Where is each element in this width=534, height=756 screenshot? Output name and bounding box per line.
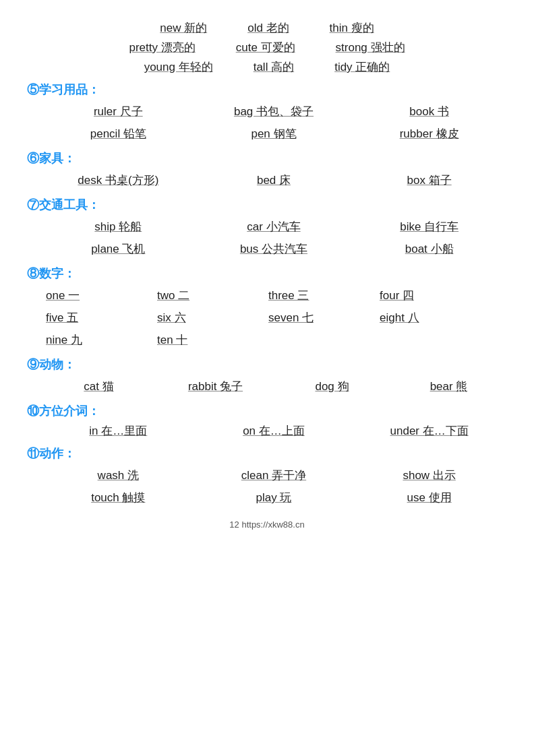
num-item: eight 八 <box>374 308 485 327</box>
vocab-item: box 箱子 <box>369 170 490 190</box>
vocab-item: wash 洗 <box>57 466 179 485</box>
adj-item: young 年轻的 <box>144 59 213 75</box>
adj-item: new 新的 <box>160 20 207 36</box>
vocab-item: car 小汽车 <box>213 217 334 237</box>
vocab-item: play 玩 <box>213 488 334 507</box>
adj-row-1: new 新的 old 老的 thin 瘦的 <box>27 20 507 36</box>
adj-item: tidy 正确的 <box>334 59 390 75</box>
adj-item: tall 高的 <box>254 59 294 75</box>
prep-item: under 在…下面 <box>362 423 497 439</box>
section7-row1: ship 轮船 car 小汽车 bike 自行车 <box>27 217 507 237</box>
section8-row2: five 五 six 六 seven 七 eight 八 <box>27 308 507 327</box>
vocab-item: book 书 <box>369 102 490 121</box>
section8-row3: nine 九 ten 十 <box>27 330 507 350</box>
section11-row1: wash 洗 clean 弄干净 show 出示 <box>27 466 507 485</box>
section9-row1: cat 猫 rabbit 兔子 dog 狗 bear 熊 <box>27 377 507 396</box>
adj-item: thin 瘦的 <box>330 20 374 36</box>
vocab-item: boat 小船 <box>369 239 490 259</box>
adjectives-section: new 新的 old 老的 thin 瘦的 pretty 漂亮的 cute 可爱… <box>27 20 507 75</box>
section5-row1: ruler 尺子 bag 书包、袋子 book 书 <box>27 102 507 121</box>
footer-text: 12 https://xkw88.cn <box>27 519 507 530</box>
num-item: ten 十 <box>152 330 263 350</box>
section6-header: ⑥家具： <box>27 150 507 166</box>
num-item: one 一 <box>40 286 152 305</box>
vocab-item: desk 书桌(方形) <box>57 170 179 190</box>
vocab-item: show 出示 <box>369 466 490 485</box>
num-item: six 六 <box>152 308 263 327</box>
section9-header: ⑨动物： <box>27 356 507 373</box>
num-item: seven 七 <box>263 308 374 327</box>
adj-item: strong 强壮的 <box>336 40 405 55</box>
section7-row2: plane 飞机 bus 公共汽车 boat 小船 <box>27 239 507 259</box>
num-item: two 二 <box>152 286 263 305</box>
vocab-item: rubber 橡皮 <box>369 124 490 144</box>
vocab-item: ruler 尺子 <box>57 102 179 121</box>
vocab-item: ship 轮船 <box>57 217 179 237</box>
num-item: nine 九 <box>40 330 152 350</box>
num-item: four 四 <box>374 286 485 305</box>
section6-row1: desk 书桌(方形) bed 床 box 箱子 <box>27 170 507 190</box>
vocab-item: rabbit 兔子 <box>169 377 263 396</box>
vocab-item: plane 飞机 <box>57 239 179 259</box>
vocab-item: clean 弄干净 <box>213 466 334 485</box>
vocab-item: use 使用 <box>369 488 490 507</box>
section7-header: ⑦交通工具： <box>27 197 507 213</box>
adj-row-2: pretty 漂亮的 cute 可爱的 strong 强壮的 <box>27 40 507 55</box>
adj-item: old 老的 <box>247 20 289 36</box>
section11-row2: touch 触摸 play 玩 use 使用 <box>27 488 507 507</box>
num-item: five 五 <box>40 308 152 327</box>
section10-header: ⑩方位介词： <box>27 403 507 419</box>
vocab-item: cat 猫 <box>52 377 146 396</box>
section5-header: ⑤学习用品： <box>27 82 507 98</box>
vocab-item: bus 公共汽车 <box>213 239 334 259</box>
vocab-item: bed 床 <box>213 170 334 190</box>
section8-row1: one 一 two 二 three 三 four 四 <box>27 286 507 305</box>
section10-row1: in 在…里面 on 在…上面 under 在…下面 <box>27 423 507 439</box>
section8-header: ⑧数字： <box>27 265 507 282</box>
adj-item: cute 可爱的 <box>236 40 295 55</box>
vocab-item: pen 钢笔 <box>213 124 334 144</box>
vocab-item: bag 书包、袋子 <box>213 102 334 121</box>
prep-item: in 在…里面 <box>51 423 185 439</box>
section11-header: ⑪动作： <box>27 445 507 462</box>
vocab-item: dog 狗 <box>285 377 380 396</box>
vocab-item: touch 触摸 <box>57 488 179 507</box>
adj-row-3: young 年轻的 tall 高的 tidy 正确的 <box>27 59 507 75</box>
adj-item: pretty 漂亮的 <box>129 40 195 55</box>
prep-item: on 在…上面 <box>206 423 341 439</box>
vocab-item: pencil 铅笔 <box>57 124 179 144</box>
vocab-item: bike 自行车 <box>369 217 490 237</box>
vocab-item: bear 熊 <box>402 377 496 396</box>
num-item: three 三 <box>263 286 374 305</box>
section5-row2: pencil 铅笔 pen 钢笔 rubber 橡皮 <box>27 124 507 144</box>
